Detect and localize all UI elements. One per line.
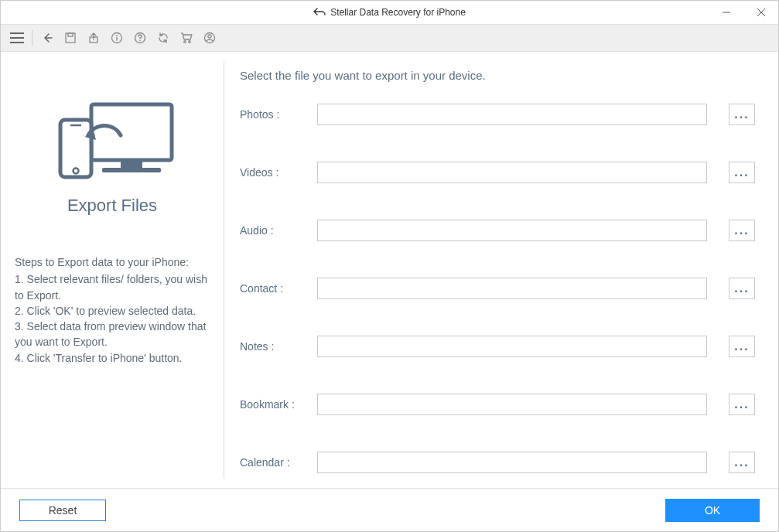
account-button[interactable] xyxy=(200,28,220,48)
content-area: Export Files Steps to Export data to you… xyxy=(1,52,778,488)
field-row-photos: Photos : ... xyxy=(240,104,755,125)
help-button[interactable] xyxy=(130,28,150,48)
photos-label: Photos : xyxy=(240,108,317,121)
svg-rect-15 xyxy=(91,104,172,160)
sidebar: Export Files Steps to Export data to you… xyxy=(1,52,224,488)
videos-browse-button[interactable]: ... xyxy=(729,162,755,183)
field-row-bookmark: Bookmark : ... xyxy=(240,394,755,415)
help-icon xyxy=(134,32,146,44)
svg-point-12 xyxy=(188,41,190,43)
toolbar-separator xyxy=(32,30,32,46)
notes-browse-button[interactable]: ... xyxy=(729,336,755,357)
field-row-videos: Videos : ... xyxy=(240,162,755,183)
instruction-text: Select the file you want to export in yo… xyxy=(240,69,755,82)
titlebar-title-wrap: Stellar Data Recovery for iPhone xyxy=(313,7,466,18)
refresh-icon xyxy=(157,32,169,44)
bookmark-label: Bookmark : xyxy=(240,398,317,411)
info-icon xyxy=(111,32,123,44)
export-illustration-icon xyxy=(46,98,178,186)
step-1: 1. Select relevant files/ folders, you w… xyxy=(15,271,210,303)
field-row-calendar: Calendar : ... xyxy=(240,452,755,473)
step-2: 2. Click 'OK' to preview selected data. xyxy=(15,303,210,319)
audio-browse-button[interactable]: ... xyxy=(729,220,755,241)
toolbar xyxy=(1,24,778,52)
footer: Reset OK xyxy=(1,488,778,531)
ok-button[interactable]: OK xyxy=(665,499,760,522)
audio-label: Audio : xyxy=(240,224,317,237)
reset-button[interactable]: Reset xyxy=(19,500,106,521)
hamburger-icon xyxy=(10,32,24,43)
close-button[interactable] xyxy=(743,1,778,24)
bookmark-input[interactable] xyxy=(317,394,707,415)
steps-heading: Steps to Export data to your iPhone: xyxy=(15,254,210,270)
svg-rect-17 xyxy=(102,168,161,172)
steps-block: Steps to Export data to your iPhone: 1. … xyxy=(15,254,210,366)
bookmark-browse-button[interactable]: ... xyxy=(729,394,755,415)
photos-browse-button[interactable]: ... xyxy=(729,104,755,125)
cart-button[interactable] xyxy=(176,28,196,48)
export-title: Export Files xyxy=(67,196,157,216)
share-icon xyxy=(87,32,100,44)
svg-rect-3 xyxy=(66,33,75,43)
calendar-label: Calendar : xyxy=(240,456,317,469)
calendar-input[interactable] xyxy=(317,452,707,473)
photos-input[interactable] xyxy=(317,104,707,125)
svg-point-11 xyxy=(183,41,186,43)
contact-browse-button[interactable]: ... xyxy=(729,278,755,299)
videos-input[interactable] xyxy=(317,162,707,183)
contact-input[interactable] xyxy=(317,278,707,299)
field-row-notes: Notes : ... xyxy=(240,336,755,357)
save-icon xyxy=(64,32,77,44)
svg-rect-16 xyxy=(121,160,142,168)
main-panel: Select the file you want to export in yo… xyxy=(224,52,778,488)
share-button[interactable] xyxy=(84,28,104,48)
back-button[interactable] xyxy=(37,28,57,48)
svg-point-7 xyxy=(116,35,118,36)
menu-button[interactable] xyxy=(7,28,27,48)
refresh-button[interactable] xyxy=(153,28,173,48)
calendar-browse-button[interactable]: ... xyxy=(729,452,755,473)
videos-label: Videos : xyxy=(240,166,317,179)
app-back-arrow-icon xyxy=(313,8,326,17)
step-4: 4. Click 'Transfer to iPhone' button. xyxy=(15,350,210,366)
notes-input[interactable] xyxy=(317,336,707,357)
titlebar: Stellar Data Recovery for iPhone xyxy=(1,1,778,24)
cart-icon xyxy=(180,32,193,44)
svg-point-10 xyxy=(139,40,141,42)
audio-input[interactable] xyxy=(317,220,707,241)
notes-label: Notes : xyxy=(240,340,317,353)
save-button[interactable] xyxy=(60,28,80,48)
titlebar-controls xyxy=(709,1,778,24)
field-row-audio: Audio : ... xyxy=(240,220,755,241)
user-icon xyxy=(203,32,216,44)
field-row-contact: Contact : ... xyxy=(240,278,755,299)
svg-point-14 xyxy=(208,35,211,38)
minimize-button[interactable] xyxy=(709,1,743,24)
arrow-left-icon xyxy=(41,32,53,44)
info-button[interactable] xyxy=(107,28,127,48)
svg-rect-4 xyxy=(68,33,73,36)
contact-label: Contact : xyxy=(240,282,317,295)
window-title: Stellar Data Recovery for iPhone xyxy=(330,7,466,18)
step-3: 3. Select data from preview window that … xyxy=(15,319,210,350)
